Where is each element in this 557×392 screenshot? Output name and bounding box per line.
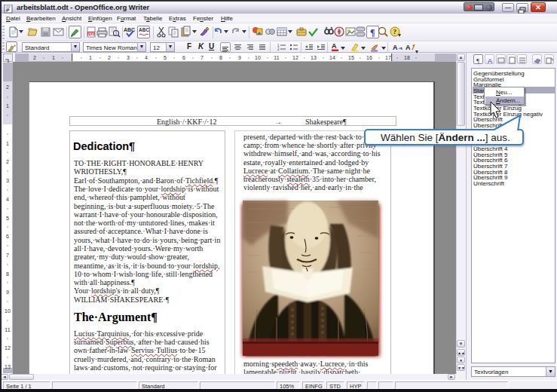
svg-text:2: 2 [277,47,280,51]
svg-text:14: 14 [329,55,335,60]
svg-text:3: 3 [6,178,9,183]
svg-text:1: 1 [52,55,55,60]
svg-text:7: 7 [6,253,9,258]
svg-text:2: 2 [33,55,36,60]
svg-text:A: A [332,42,337,50]
svg-text:11: 11 [274,55,279,60]
svg-text:9: 9 [6,289,9,295]
svg-text:5: 5 [164,55,167,60]
svg-text:1: 1 [6,141,9,146]
svg-text:4: 4 [6,197,9,202]
svg-text:10: 10 [255,55,261,60]
svg-text:A: A [393,44,398,51]
svg-text:16: 16 [366,55,372,60]
svg-text:¶: ¶ [476,57,479,65]
svg-text:?: ? [393,28,397,35]
svg-text:2: 2 [108,55,111,60]
svg-text:11: 11 [5,327,10,332]
svg-text:2: 2 [6,84,9,90]
svg-text:8: 8 [219,55,222,60]
svg-text:1: 1 [89,55,92,60]
svg-text:12: 12 [5,345,11,351]
svg-text:¶: ¶ [370,27,375,38]
svg-text:2: 2 [6,159,9,164]
svg-text:13: 13 [5,364,11,369]
svg-text:A: A [488,57,492,65]
svg-text:PDF: PDF [88,32,95,36]
svg-text:5: 5 [6,216,9,221]
svg-text:10: 10 [5,308,11,314]
svg-text:7: 7 [200,55,204,60]
svg-text:8: 8 [6,271,9,277]
svg-text:1: 1 [6,103,9,109]
svg-text:9: 9 [238,55,241,60]
svg-text:12: 12 [292,55,298,60]
svg-text:17: 17 [385,55,391,60]
svg-text:4: 4 [145,55,148,60]
svg-text:18: 18 [404,55,410,60]
svg-text:A: A [406,44,411,51]
svg-text:3: 3 [127,55,130,60]
svg-text:ABC: ABC [139,27,149,32]
svg-text:6: 6 [182,55,185,60]
svg-text:15: 15 [348,55,354,60]
svg-text:6: 6 [6,234,9,239]
svg-text:13: 13 [311,55,317,60]
